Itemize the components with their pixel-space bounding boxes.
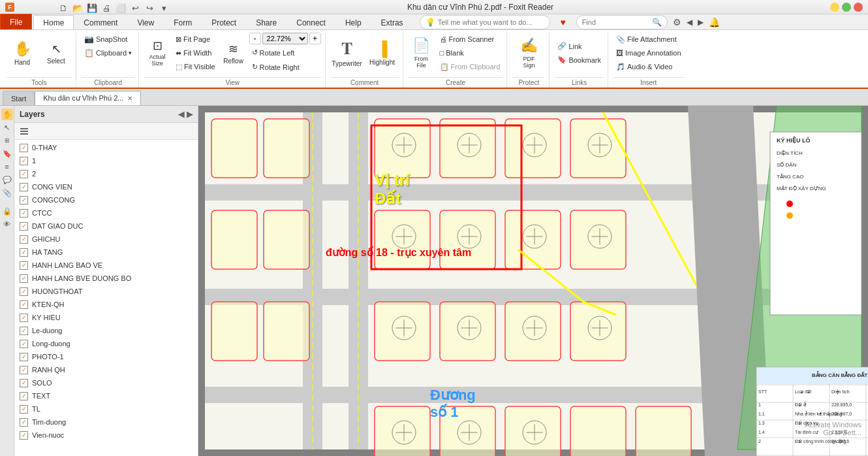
blank-btn[interactable]: □ Blank <box>437 46 503 59</box>
layers-tool-btn[interactable]: ≡ <box>1 161 13 172</box>
layer-checkbox[interactable]: ✓ <box>20 418 28 427</box>
layer-item[interactable]: ✓ HA TANG <box>14 246 198 259</box>
layer-item[interactable]: ✓ 2 <box>14 167 198 180</box>
layer-item[interactable]: ✓ 1 <box>14 154 198 167</box>
qat-dropdown[interactable]: ▾ <box>158 3 170 14</box>
quick-btn-1[interactable]: ⬜ <box>115 3 127 14</box>
accessibility-btn[interactable]: 👁 <box>1 218 13 230</box>
layer-item[interactable]: ✓ KTEN-QH <box>14 298 198 311</box>
tell-me-input[interactable] <box>438 18 544 26</box>
find-search-icon[interactable]: 🔍 <box>652 18 662 27</box>
pdf-sign-btn[interactable]: ✍ PDFSign <box>512 33 545 73</box>
tab-extras[interactable]: Extras <box>371 15 413 29</box>
layer-item[interactable]: ✓ Vien-nuoc <box>14 429 198 442</box>
prev-page-icon[interactable]: ◀ <box>687 18 692 27</box>
zoom-out-btn[interactable]: - <box>249 33 261 44</box>
find-input[interactable] <box>582 18 649 26</box>
layer-item[interactable]: ✓ HANH LANG BAO VE <box>14 259 198 272</box>
fit-width-btn[interactable]: ⬌ Fit Width <box>173 46 217 59</box>
file-attachment-btn[interactable]: 📎 File Attachment <box>613 33 684 46</box>
rotate-right-btn[interactable]: ↻ Rotate Right <box>249 61 321 73</box>
tab-share[interactable]: Share <box>246 15 287 29</box>
file-tab[interactable]: File <box>0 14 32 29</box>
print-btn[interactable]: 🖨 <box>101 3 112 14</box>
maximize-btn[interactable] <box>842 3 851 12</box>
tab-comment[interactable]: Comment <box>74 15 127 29</box>
zoom-in-btn[interactable]: + <box>309 33 321 44</box>
layer-checkbox[interactable]: ✓ <box>20 274 28 283</box>
favorites-btn[interactable]: ♥ <box>555 15 571 29</box>
next-page-icon[interactable]: ▶ <box>698 18 704 27</box>
tab-close-btn[interactable]: ✕ <box>127 95 132 102</box>
layer-item[interactable]: ✓ SOLO <box>14 376 198 389</box>
layer-checkbox[interactable]: ✓ <box>20 314 28 322</box>
actual-size-btn[interactable]: ⊡ ActualSize <box>144 33 170 73</box>
layer-checkbox[interactable]: ✓ <box>20 170 28 178</box>
layer-checkbox[interactable]: ✓ <box>20 144 28 152</box>
layer-item[interactable]: ✓ Le-duong <box>14 324 198 337</box>
layer-item[interactable]: ✓ Tim-duong <box>14 415 198 429</box>
tell-me-box[interactable]: 💡 <box>420 15 550 29</box>
layers-next-btn[interactable]: ▶ <box>187 110 193 119</box>
layer-checkbox[interactable]: ✓ <box>20 235 28 244</box>
layer-checkbox[interactable]: ✓ <box>20 353 28 361</box>
layer-checkbox[interactable]: ✓ <box>20 261 28 270</box>
layers-prev-btn[interactable]: ◀ <box>178 110 184 119</box>
layer-checkbox[interactable]: ✓ <box>20 287 28 296</box>
layer-item[interactable]: ✓ DAT GIAO DUC <box>14 220 198 233</box>
layer-item[interactable]: ✓ CTCC <box>14 206 198 220</box>
fit-visible-btn[interactable]: ⬚ Fit Visible <box>173 60 217 73</box>
from-file-btn[interactable]: 📄 FromFile <box>409 33 435 73</box>
layer-item[interactable]: ✓ HANH LANG BVE DUONG BO <box>14 272 198 285</box>
tab-start[interactable]: Start <box>3 91 35 105</box>
layer-item[interactable]: ✓ Long-duong <box>14 337 198 350</box>
notification-icon[interactable]: 🔔 <box>709 17 720 27</box>
find-box[interactable]: 🔍 <box>576 15 668 29</box>
zoom-select[interactable]: 22.72% 25% 50% 75% 100% <box>262 33 308 44</box>
image-annotation-btn[interactable]: 🖼 Image Annotation <box>613 46 684 59</box>
fit-page-btn[interactable]: ⊠ Fit Page <box>173 33 217 46</box>
layer-checkbox[interactable]: ✓ <box>20 183 28 191</box>
snapshot-btn[interactable]: 📷 SnapShot <box>82 33 134 46</box>
layer-item[interactable]: ✓ CONGCONG <box>14 193 198 206</box>
audio-video-btn[interactable]: 🎵 Audio & Video <box>613 60 684 73</box>
select-tool-strip[interactable]: ↖ <box>1 122 13 133</box>
layer-item[interactable]: ✓ 0-THAY <box>14 141 198 154</box>
link-btn[interactable]: 🔗 Link <box>555 40 604 53</box>
attachments-btn[interactable]: 📎 <box>1 187 13 199</box>
layer-checkbox[interactable]: ✓ <box>20 405 28 414</box>
minimize-btn[interactable] <box>830 3 839 12</box>
layer-checkbox[interactable]: ✓ <box>20 301 28 309</box>
layer-item[interactable]: ✓ TL <box>14 402 198 415</box>
layer-item[interactable]: ✓ TEXT <box>14 389 198 402</box>
highlight-btn[interactable]: ▐ Highlight <box>366 33 399 73</box>
new-btn[interactable]: 🗋 <box>57 3 69 14</box>
layers-options-btn[interactable] <box>17 125 31 138</box>
tab-home[interactable]: Home <box>33 15 74 29</box>
layer-checkbox[interactable]: ✓ <box>20 222 28 231</box>
layer-checkbox[interactable]: ✓ <box>20 209 28 218</box>
tab-protect[interactable]: Protect <box>202 15 246 29</box>
tab-view[interactable]: View <box>127 15 164 29</box>
reflow-btn[interactable]: ≋ Reflow <box>221 33 247 73</box>
redo-btn[interactable]: ↪ <box>144 3 155 14</box>
layer-item[interactable]: ✓ GHICHU <box>14 233 198 246</box>
tab-help[interactable]: Help <box>335 15 371 29</box>
layer-item[interactable]: ✓ KY HIEU <box>14 311 198 324</box>
hand-tool-btn[interactable]: ✋ Hand <box>7 33 38 73</box>
layer-checkbox[interactable]: ✓ <box>20 327 28 335</box>
clipboard-btn[interactable]: 📋 Clipboard ▾ <box>82 46 134 59</box>
bookmarks-btn[interactable]: 🔖 <box>1 148 13 159</box>
comments-tool-btn[interactable]: 💬 <box>1 174 13 186</box>
layer-checkbox[interactable]: ✓ <box>20 157 28 165</box>
settings-icon[interactable]: ⚙ <box>673 17 681 27</box>
open-btn[interactable]: 📂 <box>72 3 84 14</box>
typewriter-btn[interactable]: 𝐓 Typewriter <box>331 33 364 73</box>
layer-item[interactable]: ✓ CONG VIEN <box>14 180 198 193</box>
tab-main-doc[interactable]: Khu dân cư Vĩnh Phú 2... ✕ <box>35 91 141 105</box>
layer-checkbox[interactable]: ✓ <box>20 366 28 374</box>
bookmark-btn[interactable]: 🔖 Bookmark <box>555 54 604 67</box>
layer-item[interactable]: ✓ HUONGTHOAT <box>14 285 198 298</box>
layer-checkbox[interactable]: ✓ <box>20 196 28 204</box>
tab-form[interactable]: Form <box>164 15 202 29</box>
